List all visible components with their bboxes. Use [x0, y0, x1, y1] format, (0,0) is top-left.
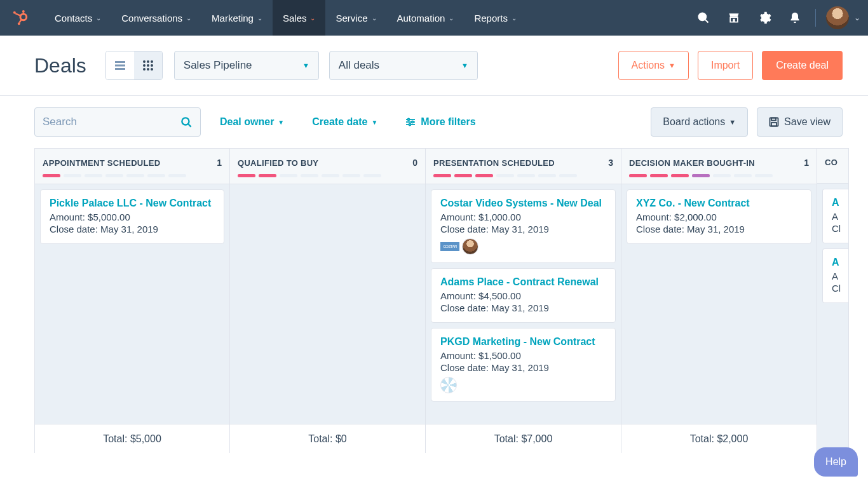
column-body[interactable]: Costar Video Systems - New DealAmount: $… — [426, 184, 621, 424]
kanban-board: APPOINTMENT SCHEDULED1Pickle Palace LLC … — [0, 148, 868, 453]
hubspot-logo-icon[interactable] — [9, 7, 31, 29]
column-total: Total: $7,000 — [426, 424, 621, 453]
column-title: APPOINTMENT SCHEDULED — [43, 158, 160, 168]
chevron-down-icon: ⌄ — [186, 15, 191, 22]
search-icon[interactable] — [688, 0, 719, 36]
column-body[interactable] — [230, 184, 425, 424]
user-avatar[interactable] — [826, 6, 849, 29]
pipeline-label: Sales Pipeline — [184, 59, 252, 72]
column-total: Total: $5,000 — [35, 424, 229, 453]
settings-gear-icon[interactable] — [749, 0, 780, 36]
deal-card[interactable]: Costar Video Systems - New DealAmount: $… — [431, 189, 616, 263]
column-count: 0 — [412, 158, 417, 168]
chevron-down-icon: ⌄ — [310, 15, 315, 22]
deal-card[interactable]: AACl — [822, 189, 848, 243]
board-column: APPOINTMENT SCHEDULED1Pickle Palace LLC … — [34, 148, 230, 453]
nav-reports[interactable]: Reports⌄ — [464, 0, 527, 36]
deal-card[interactable]: PKGD Marketing - New ContractAmount: $1,… — [431, 328, 616, 402]
svg-point-2 — [22, 10, 25, 13]
column-body[interactable]: XYZ Co. - New ContractAmount: $2,000.00C… — [621, 184, 817, 424]
svg-point-19 — [151, 64, 153, 67]
nav-sales[interactable]: Sales⌄ — [273, 0, 326, 36]
create-date-filter[interactable]: Create date▼ — [312, 116, 377, 128]
marketplace-icon[interactable] — [719, 0, 749, 36]
chevron-down-icon: ⌄ — [512, 15, 517, 22]
board-column: QUALIFIED TO BUY0Total: $0 — [230, 148, 426, 453]
board-column: COAAClAACl — [817, 148, 849, 453]
save-view-button[interactable]: Save view — [757, 107, 843, 137]
card-title: Adams Place - Contract Renewal — [440, 276, 606, 288]
nav-service[interactable]: Service⌄ — [325, 0, 386, 36]
svg-point-21 — [147, 68, 149, 71]
column-title: PRESENTATION SCHEDULED — [433, 158, 555, 168]
create-deal-button[interactable]: Create deal — [762, 51, 843, 80]
svg-point-7 — [699, 13, 707, 21]
chevron-down-icon: ▼ — [278, 119, 284, 126]
svg-point-1 — [13, 11, 16, 14]
company-logo-icon — [440, 377, 457, 393]
nav-contacts[interactable]: Contacts⌄ — [44, 0, 111, 36]
column-title: QUALIFIED TO BUY — [238, 158, 318, 168]
stage-progress — [825, 173, 841, 177]
svg-point-16 — [151, 60, 153, 63]
list-view-toggle[interactable] — [106, 51, 134, 79]
user-menu-caret-icon[interactable]: ⌄ — [854, 13, 860, 22]
search-box[interactable] — [34, 107, 201, 137]
page-title: Deals — [34, 54, 86, 78]
card-title: A — [832, 257, 839, 268]
chevron-down-icon: ▼ — [668, 62, 675, 69]
deal-card[interactable]: Adams Place - Contract RenewalAmount: $4… — [431, 268, 616, 323]
more-filters[interactable]: More filters — [405, 116, 475, 128]
company-logo-icon: COSTAR — [440, 242, 459, 251]
search-icon — [180, 116, 193, 128]
nav-marketing[interactable]: Marketing⌄ — [201, 0, 273, 36]
deals-filter-dropdown[interactable]: All deals ▼ — [329, 51, 478, 80]
column-total: Total: $0 — [230, 424, 425, 453]
stage-progress — [433, 174, 613, 177]
board-column: PRESENTATION SCHEDULED3Costar Video Syst… — [426, 148, 621, 453]
import-button[interactable]: Import — [698, 51, 753, 80]
column-count: 1 — [804, 158, 809, 168]
stage-progress — [238, 174, 417, 177]
svg-rect-33 — [771, 123, 776, 126]
nav-divider — [815, 9, 816, 27]
pipeline-dropdown[interactable]: Sales Pipeline ▼ — [174, 51, 319, 80]
column-body[interactable]: Pickle Palace LLC - New ContractAmount: … — [35, 184, 229, 424]
svg-point-22 — [151, 68, 153, 71]
column-body[interactable]: AAClAACl — [817, 184, 848, 453]
svg-rect-13 — [115, 68, 125, 70]
actions-button[interactable]: Actions▼ — [618, 51, 689, 80]
svg-point-28 — [408, 119, 410, 121]
card-associations — [440, 377, 606, 393]
deal-card[interactable]: XYZ Co. - New ContractAmount: $2,000.00C… — [627, 189, 811, 244]
svg-rect-10 — [733, 19, 735, 22]
svg-point-18 — [147, 64, 149, 67]
nav-automation[interactable]: Automation⌄ — [387, 0, 465, 36]
notifications-bell-icon[interactable] — [780, 0, 810, 36]
svg-point-29 — [412, 121, 414, 123]
stage-progress — [43, 174, 222, 177]
svg-point-14 — [143, 60, 146, 63]
svg-line-8 — [705, 20, 709, 23]
chevron-down-icon: ⌄ — [372, 15, 377, 22]
board-column: DECISION MAKER BOUGHT-IN1XYZ Co. - New C… — [621, 148, 817, 453]
chevron-down-icon: ⌄ — [96, 15, 101, 22]
svg-point-20 — [143, 68, 146, 71]
deal-card[interactable]: Pickle Palace LLC - New ContractAmount: … — [40, 189, 224, 244]
deal-owner-filter[interactable]: Deal owner▼ — [220, 116, 284, 128]
svg-line-24 — [188, 124, 191, 126]
board-view-toggle[interactable] — [134, 51, 162, 79]
contact-avatar-icon — [462, 238, 478, 255]
board-actions-button[interactable]: Board actions▼ — [651, 107, 748, 137]
chevron-down-icon: ⌄ — [257, 15, 262, 22]
chevron-down-icon: ▼ — [461, 62, 468, 69]
column-count: 3 — [608, 158, 613, 168]
svg-rect-11 — [115, 61, 125, 63]
card-title: PKGD Marketing - New Contract — [440, 336, 606, 348]
deal-card[interactable]: AACl — [822, 248, 848, 303]
svg-point-30 — [409, 124, 411, 126]
top-navbar: Contacts⌄Conversations⌄Marketing⌄Sales⌄S… — [0, 0, 868, 36]
search-input[interactable] — [43, 116, 170, 128]
nav-conversations[interactable]: Conversations⌄ — [111, 0, 201, 36]
help-button[interactable]: Help — [814, 447, 858, 477]
